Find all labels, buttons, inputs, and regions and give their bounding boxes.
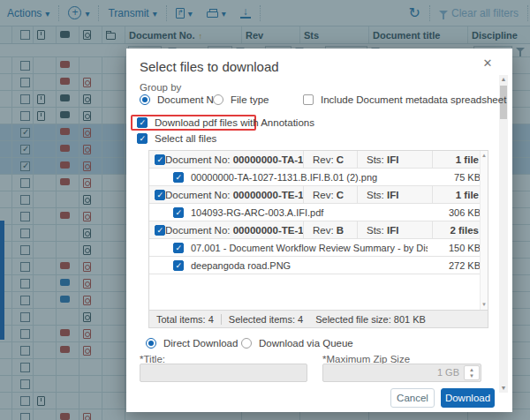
screen: Actions Transmit: [0, 0, 530, 420]
file-list: Document No: 00000000-TA-1027-1134 Rev: …: [148, 150, 488, 311]
file-name: 07.001 - Document Workflow Review Summar…: [191, 243, 428, 253]
stepper-down-icon[interactable]: [465, 372, 479, 379]
file-checkbox[interactable]: [173, 243, 184, 253]
file-name: deepangoda road.PNG: [191, 260, 428, 271]
file-group-row[interactable]: Document No: 00000000-TE-1027-1130-000 R…: [149, 221, 488, 239]
file-row[interactable]: 07.001 - Document Workflow Review Summar…: [149, 239, 488, 257]
file-name: 00000000-TA-1027-1131.B.IFI.B.01 (2).png: [191, 172, 428, 183]
file-name: 104093-RG-ARC-003.A.IFI.pdf: [191, 207, 428, 218]
file-count: 1 file: [432, 151, 481, 168]
dialog-title: Select files to download: [140, 59, 279, 74]
include-metadata-checkbox-row[interactable]: Include Document metadata spreadsheet: [303, 94, 506, 105]
file-size: 150 KB: [432, 239, 481, 256]
scroll-up-icon[interactable]: [481, 152, 488, 160]
close-icon[interactable]: [480, 56, 496, 71]
file-size: 306 KB: [432, 204, 481, 221]
zip-size-input[interactable]: 1 GB: [322, 364, 481, 382]
file-group-row[interactable]: Document No: 00000000-TE-1027-1130 Rev: …: [149, 186, 488, 204]
dialog-scrollbar[interactable]: [499, 75, 508, 393]
scroll-down-icon[interactable]: [481, 301, 488, 309]
group-by-label: Group by: [140, 82, 181, 93]
group-by-document-no-option[interactable]: Document No.: [140, 94, 223, 105]
file-size: 272 KB: [432, 257, 481, 274]
file-list-scrollbar[interactable]: [480, 151, 488, 310]
group-checkbox[interactable]: [155, 225, 165, 236]
selected-size: Selected file size: 801 KB: [315, 314, 426, 325]
checkbox-checked-icon[interactable]: [137, 133, 148, 144]
summary-divider: [221, 314, 222, 325]
file-row[interactable]: 104093-RG-ARC-003.A.IFI.pdf 306 KB: [149, 204, 488, 221]
title-input[interactable]: [140, 364, 307, 382]
file-count: 1 file: [432, 186, 481, 203]
file-checkbox[interactable]: [173, 260, 184, 271]
group-by-file-type-option[interactable]: File type: [213, 94, 269, 105]
file-group-row[interactable]: Document No: 00000000-TA-1027-1134 Rev: …: [149, 151, 488, 169]
scroll-up-icon[interactable]: [499, 75, 508, 84]
download-button[interactable]: Download: [441, 388, 495, 408]
file-size: 75 KB: [432, 169, 481, 185]
file-checkbox[interactable]: [173, 172, 184, 183]
total-items: Total items: 4: [156, 314, 214, 325]
scroll-down-icon[interactable]: [499, 384, 508, 393]
checkbox-checked-icon[interactable]: [137, 117, 148, 128]
download-annotations-checkbox-row[interactable]: Download pdf files with Annotations: [137, 117, 314, 128]
direct-download-option[interactable]: Direct Download: [146, 338, 238, 349]
file-checkbox[interactable]: [173, 207, 184, 218]
file-row[interactable]: deepangoda road.PNG 272 KB: [149, 257, 488, 274]
zip-size-stepper[interactable]: [464, 365, 480, 380]
select-all-files-checkbox-row[interactable]: Select all files: [137, 133, 216, 144]
select-files-dialog: Select files to download Group by Docume…: [126, 49, 512, 412]
radio-selected-icon[interactable]: [140, 94, 150, 105]
download-via-queue-option[interactable]: Download via Queue: [241, 338, 353, 349]
cancel-button[interactable]: Cancel: [390, 388, 435, 408]
group-checkbox[interactable]: [155, 190, 165, 200]
checkbox-unchecked-icon[interactable]: [303, 94, 314, 105]
file-row[interactable]: 00000000-TA-1027-1131.B.IFI.B.01 (2).png…: [149, 169, 488, 186]
selected-items: Selected items: 4: [229, 314, 303, 325]
file-count: 2 files: [432, 221, 481, 238]
radio-icon[interactable]: [213, 94, 223, 105]
radio-icon[interactable]: [241, 338, 252, 349]
zip-size-value: 1 GB: [437, 367, 459, 378]
group-checkbox[interactable]: [155, 154, 165, 165]
list-summary-bar: Total items: 4 Selected items: 4 Selecte…: [148, 311, 488, 328]
radio-selected-icon[interactable]: [146, 338, 156, 349]
